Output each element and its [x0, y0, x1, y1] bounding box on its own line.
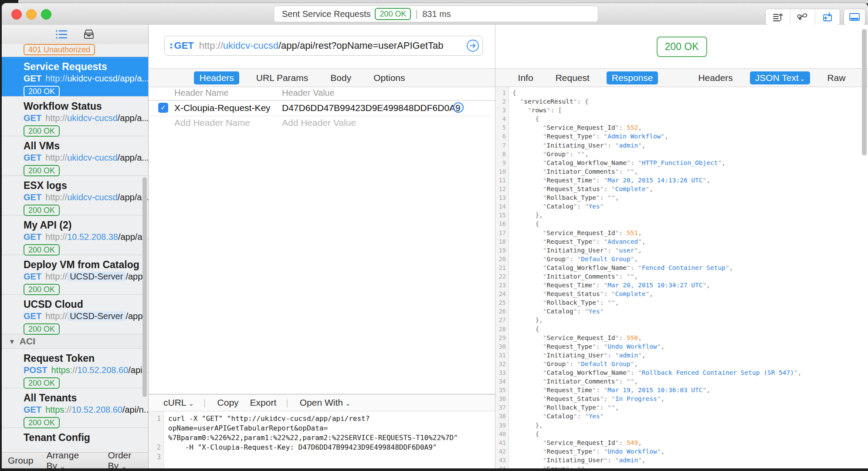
- sync-loop-button[interactable]: [790, 9, 815, 25]
- request-url: GEThttp://ukidcv-cucsd/app/a...: [24, 192, 145, 203]
- zoom-window-button[interactable]: [41, 9, 51, 20]
- tab-url-params[interactable]: URL Params: [251, 71, 313, 84]
- json-line: 9 "Catalog_Workflow_Name": "HTTP_Functio…: [495, 158, 868, 167]
- url-field[interactable]: ▴▾ GET http://ukidcv-cucsd/app/api/rest?…: [164, 36, 483, 56]
- toggle-bottom-panel-button[interactable]: [844, 9, 865, 25]
- minimize-window-button[interactable]: [26, 9, 37, 20]
- code-text: "Initiating_User": "admin",: [509, 141, 646, 150]
- remove-header-button[interactable]: −: [453, 102, 464, 113]
- request-list-item[interactable]: All VMsGEThttp://ukidcv-cucsd/app/a...20…: [2, 136, 148, 176]
- status-badge-row: 200 OK: [24, 417, 145, 428]
- method-label[interactable]: GET: [174, 40, 194, 51]
- export-button[interactable]: Export: [250, 397, 277, 408]
- list-view-icon[interactable]: [55, 29, 68, 40]
- request-tab-bar: Headers URL Params Body Options: [149, 68, 495, 87]
- request-list-item[interactable]: UCSD CloudGEThttp://UCSD-Server/app/...2…: [2, 295, 148, 334]
- header-name-cell[interactable]: X-Cloupia-Request-Key: [174, 103, 271, 113]
- add-header-name-input[interactable]: Add Header Name: [174, 118, 250, 128]
- app-window: Sent Service Requests 200 OK | 831 ms: [2, 3, 868, 468]
- line-number: 16: [495, 219, 509, 228]
- request-list-item[interactable]: ESX logsGEThttp://ukidcv-cucsd/app/a...2…: [2, 176, 148, 215]
- request-url: POSThttps://10.52.208.60/api/...: [24, 364, 145, 376]
- sidebar-scrollbar-thumb[interactable]: [142, 177, 147, 397]
- copy-button[interactable]: Copy: [217, 397, 239, 408]
- line-number: 37: [495, 403, 509, 412]
- open-with-dropdown[interactable]: Open With⌄: [300, 397, 351, 408]
- request-list-item[interactable]: Deploy VM from CatalogGEThttp://UCSD-Ser…: [2, 255, 148, 295]
- request-list-item[interactable]: Tenant Config: [2, 428, 148, 453]
- request-list-item[interactable]: Workflow StatusGEThttp://ukidcv-cucsd/ap…: [2, 97, 148, 136]
- send-request-button[interactable]: [466, 39, 479, 52]
- code-text: "Initiator_Comments": "",: [509, 377, 638, 386]
- code-text: "Catalog_Workflow_Name": "Fenced Contain…: [509, 263, 733, 272]
- tab-body[interactable]: Body: [325, 71, 356, 84]
- json-line: 5 "Service_Request_Id": 552,: [495, 123, 868, 132]
- header-value-cell[interactable]: D47D6DD47B99423D9E499848DDF6D0A9: [282, 103, 461, 113]
- code-text: "Request_Type": "Admin Workflow",: [509, 132, 668, 141]
- tab-raw[interactable]: Raw: [822, 71, 851, 84]
- request-list-item[interactable]: All TenantsGEThttps://10.52.208.60/api/n…: [2, 388, 148, 428]
- json-line: 27 },: [495, 316, 868, 324]
- sync-loop-icon: [797, 11, 809, 23]
- code-format-dropdown[interactable]: cURL⌄: [163, 397, 194, 408]
- order-by-button[interactable]: Order By⌄: [108, 450, 148, 468]
- response-scrollbar-thumb[interactable]: [862, 29, 867, 155]
- status-badge: 200 OK: [24, 125, 60, 137]
- add-header-value-input[interactable]: Add Header Value: [282, 118, 356, 128]
- line-number: 44: [495, 464, 509, 468]
- line-number: 3: [495, 106, 509, 114]
- arrange-by-button[interactable]: Arrange By⌄: [46, 450, 95, 468]
- json-line: 3 "rows": [: [495, 106, 868, 114]
- json-line: 13 "Rollback_Type": "",: [495, 193, 868, 202]
- chevron-down-icon: ⌄: [60, 463, 65, 468]
- line-number: 1: [149, 414, 164, 424]
- request-order-button[interactable]: [766, 9, 790, 25]
- json-line: 1{: [495, 88, 868, 97]
- line-number: 30: [495, 342, 509, 351]
- line-number: 26: [495, 307, 509, 316]
- line-number: 7: [495, 141, 509, 150]
- request-list-item-partial[interactable]: 401 Unauthorized: [2, 44, 148, 57]
- tab-response-headers[interactable]: Headers: [693, 71, 738, 84]
- tab-request[interactable]: Request: [550, 71, 595, 84]
- line-number: 9: [495, 158, 509, 167]
- tab-options[interactable]: Options: [368, 71, 410, 84]
- url-text[interactable]: http://ukidcv-cucsd/app/api/rest?opName=…: [199, 40, 444, 51]
- line-number: [149, 433, 164, 443]
- code-text: "Group": "",: [509, 464, 589, 468]
- json-line: 21 "Catalog_Workflow_Name": "Fenced Cont…: [495, 263, 868, 272]
- tab-json-text[interactable]: JSON Text⌄: [750, 71, 810, 84]
- code-text: "Service_Request_Id": 552,: [509, 123, 642, 132]
- request-url: GEThttp://ukidcv-cucsd/app/a...: [24, 152, 145, 163]
- json-line: 29 "Service_Request_Id": 550,: [495, 333, 868, 342]
- header-enabled-checkbox[interactable]: ✓: [158, 103, 168, 113]
- request-list-item[interactable]: Request TokenPOSThttps://10.52.208.60/ap…: [2, 349, 148, 388]
- archive-tray-icon[interactable]: [83, 29, 95, 40]
- request-list-item[interactable]: My API (2)GEThttp://10.52.208.38/app/ap.…: [2, 215, 148, 255]
- line-number: 38: [495, 412, 509, 421]
- method-stepper-icon[interactable]: ▴▾: [170, 42, 173, 50]
- line-number: 29: [495, 333, 509, 342]
- add-header-row: Add Header Name Add Header Value: [149, 116, 495, 131]
- import-export-button[interactable]: [815, 9, 840, 25]
- tab-info[interactable]: Info: [513, 71, 539, 84]
- sidebar-group-header[interactable]: ▼ACI: [2, 334, 148, 349]
- toggle-bottom-panel-icon: [848, 12, 861, 22]
- json-line: 42 "Request_Type": "Undo Workflow",: [495, 447, 868, 456]
- line-number: 42: [495, 447, 509, 456]
- code-text: {: [509, 325, 539, 333]
- request-list-item[interactable]: Service RequestsGEThttp://ukidcv-cucsd/a…: [2, 57, 148, 97]
- curl-code-line: %7Bparam0:%226%22,param1:%22%22,param2:%…: [149, 433, 495, 443]
- close-window-button[interactable]: [11, 9, 22, 20]
- code-text: "Service_Request_Id": 551,: [509, 229, 642, 237]
- json-line: 36 "Request_Status": "In Progress",: [495, 394, 868, 403]
- code-text: curl -X "GET" "http://ukidcv-cucsd/app/a…: [164, 414, 370, 424]
- line-number: 40: [495, 430, 509, 438]
- json-line: 22 "Initiator_Comments": "",: [495, 272, 868, 281]
- group-button[interactable]: Group: [8, 455, 33, 466]
- tab-response[interactable]: Response: [607, 71, 658, 84]
- request-title: Workflow Status: [24, 100, 145, 112]
- status-badge: 200 OK: [24, 284, 60, 295]
- line-number: [149, 424, 164, 433]
- tab-headers[interactable]: Headers: [194, 71, 239, 84]
